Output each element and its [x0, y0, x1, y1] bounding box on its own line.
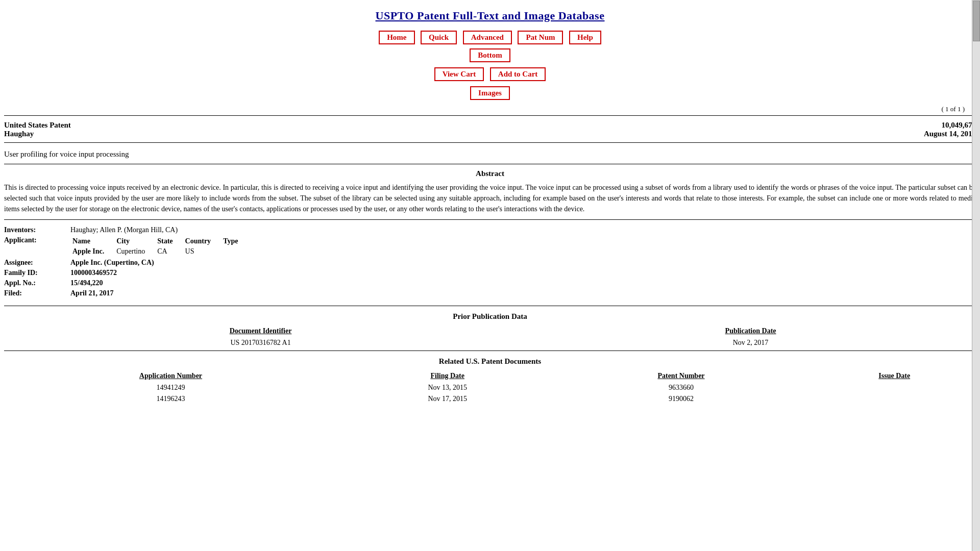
divider-2 — [4, 142, 976, 143]
col-patent-num: Patent Number — [554, 370, 809, 382]
abstract-text: This is directed to processing voice inp… — [4, 182, 976, 214]
patnum-button[interactable]: Pat Num — [518, 31, 563, 44]
filing-date-2: Nov 17, 2015 — [341, 393, 554, 405]
related-row-1: 14941249 Nov 13, 2015 9633660 — [0, 382, 980, 393]
filing-date-1: Nov 13, 2015 — [341, 382, 554, 393]
col-country: Country — [183, 236, 222, 246]
col-filing-date: Filing Date — [341, 370, 554, 382]
related-row-2: 14196243 Nov 17, 2015 9190062 — [0, 393, 980, 405]
pub-table-row-1: US 20170316782 A1 Nov 2, 2017 — [0, 337, 980, 348]
applicant-table: Name City State Country Type Apple Inc. … — [70, 236, 248, 257]
col-type: Type — [221, 236, 248, 246]
assignee-row: Assignee: Apple Inc. (Cupertino, CA) — [4, 259, 976, 267]
advanced-button[interactable]: Advanced — [463, 31, 512, 44]
app-num-1: 14941249 — [0, 382, 341, 393]
quick-button[interactable]: Quick — [421, 31, 457, 44]
filed-value: April 21, 2017 — [70, 289, 113, 297]
invention-title: User profiling for voice input processin… — [0, 145, 980, 162]
images-button[interactable]: Images — [470, 86, 510, 100]
applicant-table-header: Name City State Country Type — [70, 236, 248, 246]
applicant-city: Cupertino — [114, 246, 155, 257]
site-title: USPTO Patent Full-Text and Image Databas… — [376, 9, 605, 22]
inventors-label: Inventors: — [4, 226, 70, 234]
family-id-label: Family ID: — [4, 269, 70, 277]
page-count: ( 1 of 1 ) — [0, 105, 980, 113]
pub-table-header: Document Identifier Publication Date — [0, 325, 980, 337]
pub-table: Document Identifier Publication Date US … — [0, 325, 980, 348]
related-table: Application Number Filing Date Patent Nu… — [0, 370, 980, 405]
filed-label: Filed: — [4, 289, 70, 297]
appl-no-label: Appl. No.: — [4, 279, 70, 287]
patent-number: 10,049,675 — [924, 121, 976, 130]
inventor-name: Haughay — [4, 130, 71, 138]
patent-header: United States Patent Haughay 10,049,675 … — [0, 118, 980, 140]
nav-row-2: Bottom — [0, 47, 980, 63]
related-docs-heading: Related U.S. Patent Documents — [0, 353, 980, 370]
filed-row: Filed: April 21, 2017 — [4, 289, 976, 297]
issue-date-1 — [808, 382, 980, 393]
doc-identifier-value: US 20170316782 A1 — [0, 337, 521, 348]
nav-row-4: Images — [0, 85, 980, 101]
divider-1 — [4, 115, 976, 116]
appl-no-value: 15/494,220 — [70, 279, 103, 287]
doc-identifier-col: Document Identifier — [0, 325, 521, 337]
assignee-label: Assignee: — [4, 259, 70, 267]
col-issue-date: Issue Date — [808, 370, 980, 382]
patent-date: August 14, 2018 — [924, 130, 976, 138]
patent-type: United States Patent — [4, 121, 71, 130]
bottom-button[interactable]: Bottom — [470, 48, 510, 62]
home-button[interactable]: Home — [379, 31, 414, 44]
help-button[interactable]: Help — [569, 31, 601, 44]
family-id-value: 1000003469572 — [70, 269, 117, 277]
applicant-row-1: Apple Inc. Cupertino CA US — [70, 246, 248, 257]
col-app-num: Application Number — [0, 370, 341, 382]
applicant-name: Apple Inc. — [70, 246, 114, 257]
add-to-cart-button[interactable]: Add to Cart — [490, 67, 546, 81]
col-city: City — [114, 236, 155, 246]
related-table-header: Application Number Filing Date Patent Nu… — [0, 370, 980, 382]
applicant-label: Applicant: — [4, 236, 70, 244]
col-name: Name — [70, 236, 114, 246]
divider-4 — [4, 219, 976, 220]
appl-no-row: Appl. No.: 15/494,220 — [4, 279, 976, 287]
inventors-row: Inventors: Haughay; Allen P. (Morgan Hil… — [4, 226, 976, 234]
patent-num-2: 9190062 — [554, 393, 809, 405]
scrollbar[interactable] — [972, 0, 980, 551]
patent-num-1: 9633660 — [554, 382, 809, 393]
header: USPTO Patent Full-Text and Image Databas… — [0, 0, 980, 26]
issue-date-2 — [808, 393, 980, 405]
divider-6 — [4, 350, 976, 351]
pub-date-value: Nov 2, 2017 — [521, 337, 980, 348]
app-num-2: 14196243 — [0, 393, 341, 405]
patent-number-block: 10,049,675 August 14, 2018 — [924, 121, 976, 138]
abstract-heading: Abstract — [4, 169, 976, 178]
scrollbar-thumb[interactable] — [973, 1, 980, 41]
inventors-value: Haughay; Allen P. (Morgan Hill, CA) — [70, 226, 178, 234]
nav-row-1: Home Quick Advanced Pat Num Help — [0, 30, 980, 45]
applicant-table-container: Name City State Country Type Apple Inc. … — [70, 236, 248, 257]
prior-pub-heading: Prior Publication Data — [0, 308, 980, 325]
divider-5 — [4, 306, 976, 306]
col-state: State — [155, 236, 183, 246]
patent-type-block: United States Patent Haughay — [4, 121, 71, 138]
family-id-row: Family ID: 1000003469572 — [4, 269, 976, 277]
applicant-row: Applicant: Name City State Country Type … — [4, 236, 976, 257]
nav-row-3: View Cart Add to Cart — [0, 66, 980, 82]
assignee-value: Apple Inc. (Cupertino, CA) — [70, 259, 154, 267]
applicant-state: CA — [155, 246, 183, 257]
applicant-country: US — [183, 246, 222, 257]
view-cart-button[interactable]: View Cart — [434, 67, 484, 81]
details-section: Inventors: Haughay; Allen P. (Morgan Hil… — [0, 222, 980, 304]
pub-date-col: Publication Date — [521, 325, 980, 337]
applicant-type — [221, 246, 248, 257]
divider-3 — [4, 164, 976, 164]
abstract-section: Abstract This is directed to processing … — [0, 166, 980, 217]
